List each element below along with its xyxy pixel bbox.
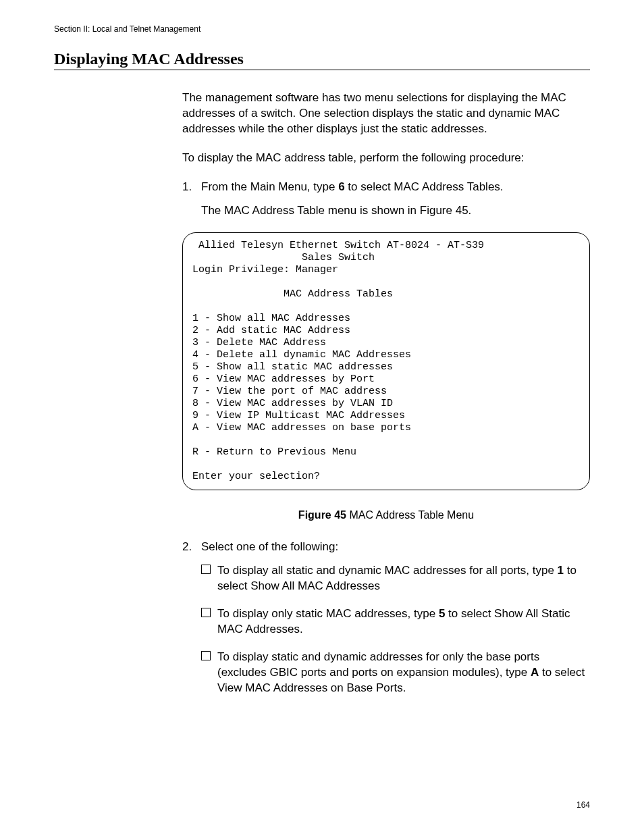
bullet-item: To display only static MAC addresses, ty…	[182, 606, 590, 637]
step-number: 2.	[182, 540, 192, 555]
terminal-line: MAC Address Tables	[192, 288, 393, 300]
terminal-menu-item: 9 - View IP Multicast MAC Addresses	[192, 410, 405, 421]
terminal-menu-item: 5 - Show all static MAC addresses	[192, 361, 393, 373]
terminal-menu-item: 3 - Delete MAC Address	[192, 337, 326, 348]
step-1: 1. From the Main Menu, type 6 to select …	[182, 180, 590, 195]
bullet-text-a: To display all static and dynamic MAC ad…	[217, 564, 558, 577]
terminal-line: Allied Telesyn Ethernet Switch AT-8024 -…	[192, 240, 484, 251]
bullet-text-a: To display only static MAC addresses, ty…	[217, 607, 439, 620]
step-number: 1.	[182, 180, 192, 195]
intro-paragraph-2: To display the MAC address table, perfor…	[182, 151, 590, 166]
terminal-return: R - Return to Previous Menu	[192, 446, 356, 458]
terminal-prompt: Enter your selection?	[192, 471, 320, 482]
bullet-bold: 1	[558, 564, 564, 577]
bullet-text-a: To display static and dynamic addresses …	[217, 650, 539, 679]
terminal-menu-item: 2 - Add static MAC Address	[192, 325, 350, 336]
body-content: The management software has two menu sel…	[182, 90, 590, 696]
terminal-line: Sales Switch	[192, 252, 375, 263]
checkbox-icon	[201, 651, 211, 660]
terminal-menu-item: A - View MAC addresses on base ports	[192, 422, 411, 434]
checkbox-icon	[201, 565, 211, 574]
checkbox-icon	[201, 608, 211, 617]
page-number: 164	[576, 800, 590, 810]
terminal-menu-item: 6 - View MAC addresses by Port	[192, 373, 375, 385]
bullet-bold: 5	[439, 607, 445, 620]
step-1-text-a: From the Main Menu, type	[201, 180, 338, 193]
terminal-menu-item: 4 - Delete all dynamic MAC Addresses	[192, 349, 411, 361]
terminal-menu-item: 8 - View MAC addresses by VLAN ID	[192, 398, 393, 409]
terminal-menu-item: 7 - View the port of MAC address	[192, 386, 387, 397]
terminal-menu-item: 1 - Show all MAC Addresses	[192, 313, 350, 324]
terminal-line: Login Privilege: Manager	[192, 264, 338, 276]
bullet-bold: A	[531, 666, 539, 679]
bullet-item: To display static and dynamic addresses …	[182, 650, 590, 696]
intro-paragraph-1: The management software has two menu sel…	[182, 90, 590, 137]
section-title: Displaying MAC Addresses	[54, 50, 590, 70]
terminal-screen: Allied Telesyn Ethernet Switch AT-8024 -…	[182, 232, 590, 490]
figure-caption-text: MAC Address Table Menu	[346, 509, 474, 521]
running-header: Section II: Local and Telnet Management	[54, 24, 590, 34]
step-2: 2. Select one of the following:	[182, 540, 590, 555]
step-1-sub: The MAC Address Table menu is shown in F…	[182, 203, 590, 219]
figure-caption: Figure 45 MAC Address Table Menu	[182, 508, 590, 523]
step-1-text-b: to select MAC Address Tables.	[345, 180, 504, 193]
bullet-item: To display all static and dynamic MAC ad…	[182, 563, 590, 594]
step-1-bold: 6	[338, 180, 344, 193]
step-2-text: Select one of the following:	[201, 540, 338, 553]
figure-label: Figure 45	[298, 509, 346, 521]
